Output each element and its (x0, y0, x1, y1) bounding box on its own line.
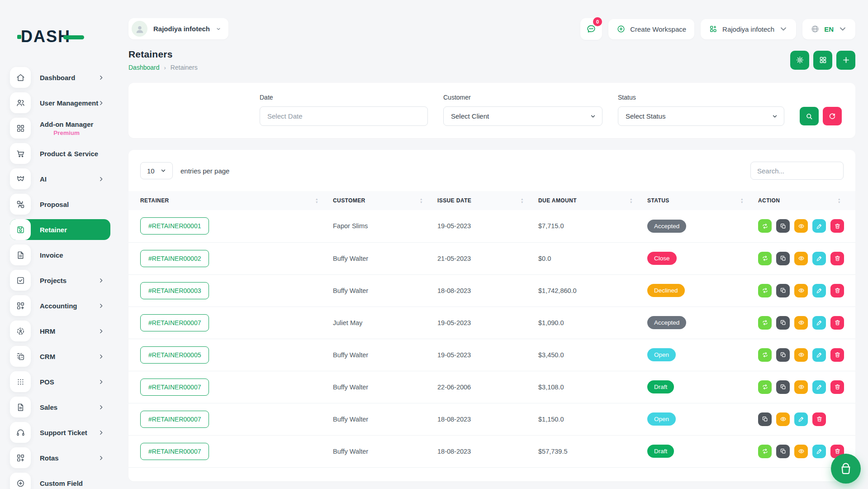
view-button[interactable] (794, 348, 808, 362)
delete-button[interactable] (830, 380, 844, 394)
convert-button[interactable] (758, 348, 772, 362)
convert-button[interactable] (758, 284, 772, 297)
sidebar-item-custom-field[interactable]: Custom Field (10, 473, 110, 489)
sidebar-item-ai[interactable]: AI (10, 168, 110, 189)
sort-icon[interactable]: ▲▼ (420, 198, 423, 204)
convert-button[interactable] (758, 445, 772, 458)
sidebar-item-proposal[interactable]: Proposal (10, 194, 110, 215)
sidebar-item-crm[interactable]: CRM (10, 346, 110, 367)
sort-icon[interactable]: ▲▼ (521, 198, 524, 204)
apply-filter-button[interactable] (800, 107, 819, 125)
customer-filter-select[interactable]: Select Client (443, 106, 602, 126)
table-search-input[interactable] (750, 162, 844, 180)
sidebar-item-add-on-manager[interactable]: Add-on Manager Premium (10, 118, 110, 139)
sidebar-item-projects[interactable]: Projects (10, 270, 110, 291)
sidebar-item-sales[interactable]: Sales (10, 397, 110, 417)
convert-button[interactable] (758, 252, 772, 265)
view-button[interactable] (794, 445, 808, 458)
convert-button[interactable] (758, 219, 772, 233)
sort-icon[interactable]: ▲▼ (740, 198, 744, 204)
edit-button[interactable] (812, 252, 826, 265)
date-filter-input[interactable] (260, 106, 428, 126)
edit-button[interactable] (812, 380, 826, 394)
delete-button[interactable] (830, 219, 844, 233)
view-button[interactable] (794, 219, 808, 233)
sort-icon[interactable]: ▲▼ (315, 198, 318, 204)
entries-per-page-select[interactable]: 10 (140, 162, 173, 179)
sidebar-item-retainer[interactable]: Retainer (10, 219, 110, 240)
convert-button[interactable] (758, 316, 772, 330)
edit-button[interactable] (812, 348, 826, 362)
copy-button[interactable] (776, 284, 790, 297)
view-button[interactable] (794, 252, 808, 265)
retainer-id-chip[interactable]: #RETAINER00007 (140, 411, 209, 428)
floating-store-button[interactable] (831, 454, 861, 484)
edit-button[interactable] (812, 445, 826, 458)
sidebar-item-icon (10, 295, 31, 316)
column-header-retainer[interactable]: RETAINER▲▼ (128, 191, 333, 210)
breadcrumb-dashboard-link[interactable]: Dashboard (128, 64, 160, 71)
view-button[interactable] (794, 316, 808, 330)
copy-button[interactable] (776, 348, 790, 362)
row-actions (758, 284, 855, 297)
create-workspace-button[interactable]: Create Workspace (608, 19, 694, 39)
sidebar-item-pos[interactable]: POS (10, 371, 110, 392)
copy-button[interactable] (776, 252, 790, 265)
edit-button[interactable] (812, 316, 826, 330)
column-header-due-amount[interactable]: DUE AMOUNT▲▼ (538, 191, 647, 210)
page-header: Retainers Dashboard › Retainers (128, 49, 855, 71)
view-button[interactable] (794, 380, 808, 394)
delete-button[interactable] (830, 252, 844, 265)
retainer-id-chip[interactable]: #RETAINER00002 (140, 250, 209, 267)
company-switcher-button[interactable]: Rajodiya infotech (701, 19, 796, 39)
add-retainer-button[interactable] (836, 51, 855, 70)
settings-button[interactable] (790, 51, 809, 70)
column-header-issue-date[interactable]: ISSUE DATE▲▼ (437, 191, 538, 210)
delete-button[interactable] (830, 284, 844, 297)
messages-button[interactable]: 0 (580, 18, 602, 40)
sort-icon[interactable]: ▲▼ (630, 198, 633, 204)
sidebar-item-hrm[interactable]: HRM (10, 321, 110, 341)
sidebar-item-product-service[interactable]: Product & Service (10, 143, 110, 164)
copy-button[interactable] (776, 316, 790, 330)
view-button[interactable] (794, 284, 808, 297)
sort-icon[interactable]: ▲▼ (838, 198, 841, 204)
column-header-status[interactable]: STATUS▲▼ (647, 191, 758, 210)
copy-button[interactable] (776, 380, 790, 394)
column-header-customer[interactable]: CUSTOMER▲▼ (333, 191, 437, 210)
retainer-id-chip[interactable]: #RETAINER00007 (140, 379, 209, 396)
sidebar-item-invoice[interactable]: Invoice (10, 244, 110, 265)
convert-button[interactable] (758, 380, 772, 394)
sidebar-item-user-management[interactable]: User Management (10, 92, 110, 113)
retainer-id-chip[interactable]: #RETAINER00007 (140, 443, 209, 460)
retainer-id-chip[interactable]: #RETAINER00005 (140, 346, 209, 364)
language-selector[interactable]: EN (802, 19, 855, 39)
copy-button[interactable] (776, 219, 790, 233)
retainer-id-chip[interactable]: #RETAINER00007 (140, 314, 209, 331)
sidebar-item-support-ticket[interactable]: Support Ticket (10, 422, 110, 443)
status-filter-select[interactable]: Select Status (618, 106, 784, 126)
workspace-switcher[interactable]: Rajodiya infotech (128, 18, 228, 39)
delete-button[interactable] (830, 348, 844, 362)
column-header-action[interactable]: ACTION▲▼ (758, 191, 855, 210)
delete-button[interactable] (812, 412, 826, 426)
grid-view-button[interactable] (813, 51, 832, 70)
edit-button[interactable] (794, 412, 808, 426)
sidebar-item-rotas[interactable]: Rotas (10, 447, 110, 468)
sidebar-item-dashboard[interactable]: Dashboard (10, 67, 110, 88)
customer-cell: Buffy Walter (333, 274, 437, 307)
edit-button[interactable] (812, 219, 826, 233)
edit-button[interactable] (812, 284, 826, 297)
chevron-right-icon (98, 278, 104, 283)
sidebar-item-icon (10, 118, 31, 139)
sidebar-item-accounting[interactable]: Accounting (10, 295, 110, 316)
delete-button[interactable] (830, 316, 844, 330)
row-actions (758, 412, 855, 426)
view-button[interactable] (776, 412, 790, 426)
copy-button[interactable] (776, 445, 790, 458)
reset-filter-button[interactable] (823, 107, 842, 125)
retainer-id-chip[interactable]: #RETAINER00001 (140, 217, 209, 235)
retainer-id-chip[interactable]: #RETAINER00003 (140, 282, 209, 299)
copy-button[interactable] (758, 412, 772, 426)
brand-logo[interactable]: DASH (21, 27, 117, 46)
